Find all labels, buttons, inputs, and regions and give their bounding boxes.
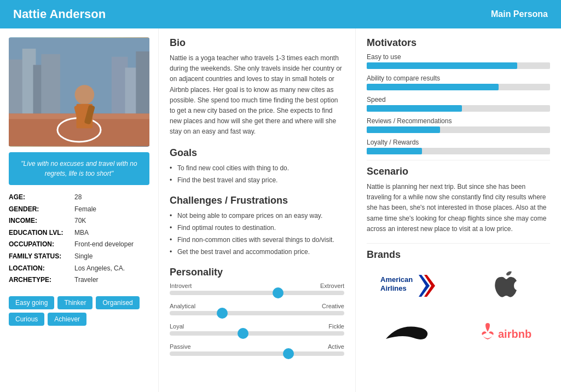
challenge-item-4: Get the best travel and accommodation pr… [170, 247, 344, 257]
scenario-title: Scenario [367, 166, 550, 177]
tags-container: Easy going Thinker Organised Curious Ach… [9, 296, 149, 326]
demo-gender-label: GENDER: [9, 204, 74, 216]
slider-track-0[interactable] [170, 291, 344, 295]
slider-thumb-1[interactable] [217, 308, 228, 319]
brands-section: Brands American Airlines [367, 249, 550, 351]
motivator-label-2: Speed [367, 96, 550, 103]
brand-apple [463, 265, 551, 307]
demo-family-value: Single [74, 251, 92, 263]
motivator-2: Speed [367, 96, 550, 112]
svg-point-11 [75, 85, 95, 105]
header-title: Nattie Anderson [13, 7, 106, 21]
quote-text: "Live with no excuses and travel with no… [21, 160, 137, 177]
demo-occupation: OCCUPATION: Front-end developer [9, 239, 149, 251]
personality-section: Personality Introvert Extrovert Analytic… [170, 267, 344, 356]
motivator-bar-bg-0 [367, 62, 550, 69]
demo-occupation-value: Front-end developer [74, 239, 134, 251]
personality-right-0: Extrovert [320, 283, 344, 289]
personality-right-2: Fickle [328, 323, 344, 330]
bio-section: Bio Nattie is a yoga teacher who travels… [170, 37, 344, 137]
divider-2 [367, 243, 550, 244]
slider-track-2[interactable] [170, 331, 344, 336]
slider-thumb-3[interactable] [283, 348, 294, 359]
personality-left-1: Analytical [170, 303, 195, 309]
personality-analytical-creative: Analytical Creative [170, 303, 344, 315]
challenge-item-2: Find optimal routes to destination. [170, 223, 344, 233]
personality-left-0: Introvert [170, 283, 192, 289]
demo-age-label: AGE: [9, 192, 74, 204]
tag-curious[interactable]: Curious [9, 313, 44, 326]
motivator-label-0: Easy to use [367, 53, 550, 61]
goal-item-2: Find the best travel and stay price. [170, 175, 344, 185]
tag-organised[interactable]: Organised [96, 296, 139, 309]
challenge-item-1: Not being able to compare prices on an e… [170, 211, 344, 221]
slider-track-1[interactable] [170, 311, 344, 315]
demo-location-label: LOCATION: [9, 263, 74, 275]
demo-income-value: 70K [74, 215, 86, 227]
demo-archetype-label: ARCHETYPE: [9, 274, 74, 286]
left-column: "Live with no excuses and travel with no… [0, 28, 159, 392]
right-column: Motivators Easy to use Ability to compar… [356, 28, 561, 392]
goals-title: Goals [170, 147, 344, 159]
motivator-label-3: Reviews / Recommendations [367, 117, 550, 125]
motivator-label-4: Loyalty / Rewards [367, 139, 550, 146]
demo-archetype: ARCHETYPE: Traveler [9, 274, 149, 286]
tag-easy-going[interactable]: Easy going [9, 296, 54, 309]
motivator-0: Easy to use [367, 53, 550, 69]
motivator-4: Loyalty / Rewards [367, 139, 550, 154]
motivators-title: Motivators [367, 37, 550, 49]
brand-nike [367, 315, 454, 351]
demo-education-value: MBA [74, 227, 89, 239]
motivator-label-1: Ability to compare results [367, 74, 550, 82]
main-content: "Live with no excuses and travel with no… [0, 28, 561, 392]
demo-family: FAMILY STATUS: Single [9, 251, 149, 263]
bio-text: Nattie is a yoga teacher who travels 1-3… [170, 53, 344, 137]
demo-education: EDUCATION LVL: MBA [9, 227, 149, 239]
demo-income-label: INCOME: [9, 215, 74, 227]
personality-passive-active: Passive Active [170, 343, 344, 356]
motivator-bar-bg-1 [367, 84, 550, 90]
goals-section: Goals To find new cool cities with thing… [170, 147, 344, 185]
motivator-bar-fill-0 [367, 62, 517, 69]
challenges-title: Challenges / Frustrations [170, 195, 344, 206]
bio-title: Bio [170, 37, 344, 49]
motivator-bar-fill-3 [367, 126, 440, 133]
brand-american-airlines: American Airlines [367, 265, 454, 307]
demo-gender-value: Female [74, 204, 96, 216]
svg-text:Airlines: Airlines [380, 284, 407, 292]
motivator-1: Ability to compare results [367, 74, 550, 90]
svg-text:airbnb: airbnb [498, 328, 531, 340]
motivator-3: Reviews / Recommendations [367, 117, 550, 133]
slider-thumb-2[interactable] [238, 328, 248, 339]
motivator-bar-fill-2 [367, 105, 462, 112]
goals-list: To find new cool cities with thing to do… [170, 163, 344, 185]
demographics: AGE: 28 GENDER: Female INCOME: 70K EDUCA… [9, 192, 149, 286]
scenario-text: Nattie is planning her next trip. But si… [367, 182, 550, 234]
slider-thumb-0[interactable] [273, 287, 284, 298]
slider-track-3[interactable] [170, 351, 344, 356]
personality-right-1: Creative [322, 303, 344, 309]
demo-age: AGE: 28 [9, 192, 149, 204]
profile-image [9, 37, 149, 147]
personality-introvert-extrovert: Introvert Extrovert [170, 283, 344, 295]
header: Nattie Anderson Main Persona [0, 0, 561, 28]
motivator-bar-bg-3 [367, 126, 550, 133]
motivator-bar-fill-4 [367, 148, 422, 154]
middle-column: Bio Nattie is a yoga teacher who travels… [159, 28, 356, 392]
personality-right-3: Active [328, 343, 344, 350]
motivator-bar-bg-4 [367, 148, 550, 154]
brands-grid: American Airlines [367, 265, 550, 351]
personality-title: Personality [170, 267, 344, 278]
motivator-bar-bg-2 [367, 105, 550, 112]
demo-income: INCOME: 70K [9, 215, 149, 227]
motivator-bar-fill-1 [367, 84, 499, 90]
challenges-section: Challenges / Frustrations Not being able… [170, 195, 344, 257]
demo-location-value: Los Angeles, CA. [74, 263, 125, 275]
scenario-section: Scenario Nattie is planning her next tri… [367, 166, 550, 234]
tag-achiever[interactable]: Achiever [48, 313, 86, 326]
tag-thinker[interactable]: Thinker [57, 296, 92, 309]
demo-family-label: FAMILY STATUS: [9, 251, 74, 263]
demo-gender: GENDER: Female [9, 204, 149, 216]
brands-title: Brands [367, 249, 550, 261]
personality-left-3: Passive [170, 343, 191, 350]
